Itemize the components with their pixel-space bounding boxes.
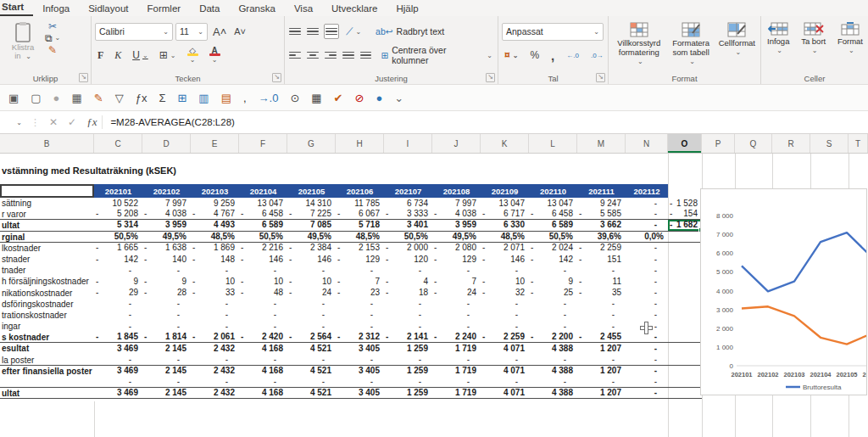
table-cell[interactable]: 3 959 (142, 220, 191, 230)
row-label-cell[interactable]: ultat (0, 220, 94, 230)
table-cell[interactable]: - (626, 332, 668, 342)
table-cell[interactable]: - (336, 299, 384, 310)
column-header-R[interactable]: R (772, 134, 810, 153)
clipboard-dialog-launcher[interactable]: ↘ (79, 73, 88, 82)
table-cell[interactable]: 6 330 (481, 220, 529, 230)
table-cell[interactable]: -10 (287, 276, 336, 287)
month-header-cell[interactable]: 202108 (432, 184, 481, 198)
table-cell[interactable]: -1 638 (142, 243, 191, 254)
table-cell[interactable]: - (239, 355, 287, 365)
table-cell[interactable]: -1 528 (668, 198, 702, 209)
table-cell[interactable]: -35 (577, 288, 626, 299)
accounting-format-icon[interactable]: ¤⌄ (502, 48, 520, 62)
table-cell[interactable]: 2 145 (142, 343, 191, 354)
row-label-cell[interactable]: s kostnader (0, 332, 94, 342)
table-cell[interactable]: -32 (481, 288, 529, 299)
table-cell[interactable] (668, 299, 702, 310)
table-cell[interactable]: 4 168 (239, 366, 287, 377)
table-cell[interactable]: - (142, 377, 191, 387)
format-painter-icon[interactable]: ✎ (46, 45, 59, 55)
table-cell[interactable]: - (626, 388, 668, 398)
decrease-font-icon[interactable]: A˅ (231, 25, 248, 37)
table-cell[interactable]: -2 024 (529, 243, 577, 254)
table-cell[interactable]: -2 259 (577, 243, 626, 254)
align-right-icon[interactable] (324, 48, 337, 63)
table-cell[interactable]: 1 719 (432, 388, 481, 398)
table-cell[interactable]: - (239, 265, 287, 276)
table-cell[interactable]: -1 869 (191, 243, 239, 254)
table-cell[interactable]: - (481, 355, 529, 365)
spelling-icon[interactable]: ✔ (334, 92, 343, 104)
month-header-cell[interactable]: 202101 (94, 184, 142, 198)
table-cell[interactable]: -1 845 (94, 332, 142, 342)
align-bottom-icon[interactable] (324, 24, 339, 40)
row-label-cell[interactable]: trationskostnader (0, 310, 94, 321)
table-cell[interactable]: - (577, 265, 626, 276)
table-cell[interactable]: - (287, 310, 336, 321)
cell-styles-button[interactable]: Cellformat⌄ (716, 21, 758, 69)
table-cell[interactable]: 0,0% (626, 232, 668, 242)
table-cell[interactable]: 4 388 (529, 343, 577, 354)
month-header-cell[interactable]: 202107 (384, 184, 432, 198)
table-cell[interactable]: 50,5% (384, 232, 432, 242)
table-cell[interactable]: - (481, 265, 529, 276)
table-cell[interactable] (668, 377, 702, 387)
table-cell[interactable]: -23 (336, 288, 384, 299)
table-cell[interactable]: - (626, 220, 668, 230)
table-cell[interactable]: - (432, 321, 481, 332)
table-cell[interactable]: 13 047 (239, 198, 287, 209)
tab-utvecklare[interactable]: Utvecklare (322, 2, 387, 16)
table-cell[interactable]: -10 (191, 276, 239, 287)
table-cell[interactable] (668, 265, 702, 276)
paste-button[interactable]: Klistra in ⌄ (3, 20, 42, 67)
active-cell-O28[interactable]: -1 682 (668, 220, 702, 230)
paste-icon[interactable]: ▣ (8, 92, 19, 104)
table-cell[interactable]: 2 145 (142, 388, 191, 398)
table-cell[interactable]: - (626, 299, 668, 310)
font-size-select[interactable]: 11⌄ (175, 23, 208, 41)
table-cell[interactable]: -2 071 (481, 243, 529, 254)
insert-cells-button[interactable]: Infoga⌄ (765, 21, 792, 69)
data-validation-icon[interactable]: ⊘ (355, 92, 364, 104)
table-cell[interactable]: 5 314 (94, 220, 142, 230)
month-header-cell[interactable]: 202112 (626, 184, 668, 198)
table-cell[interactable]: - (142, 321, 191, 332)
table-cell[interactable]: -2 153 (336, 243, 384, 254)
align-middle-icon[interactable] (306, 25, 320, 39)
table-cell[interactable]: 2 432 (191, 388, 239, 398)
bold-button[interactable]: F (95, 48, 106, 63)
table-cell[interactable]: - (336, 321, 384, 332)
table-cell[interactable]: 48,5% (481, 232, 529, 242)
decrease-decimal-icon[interactable]: .0→ (588, 51, 606, 60)
table-cell[interactable]: - (142, 265, 191, 276)
table-cell[interactable]: 49,5% (142, 232, 191, 242)
delete-cells-button[interactable]: Ta bort⌄ (798, 21, 828, 69)
row-label-cell[interactable]: tnader (0, 265, 94, 276)
comma-style-icon[interactable]: , (548, 48, 557, 64)
table-cell[interactable]: 5 718 (336, 220, 384, 230)
tab-granska[interactable]: Granska (229, 2, 284, 16)
table-cell[interactable]: -4 038 (142, 209, 191, 219)
wrap-text-button[interactable]: ab↩Radbryt text (373, 25, 447, 37)
orientation-icon[interactable]: ⟋⌄ (343, 25, 364, 38)
table-cell[interactable]: -2 564 (287, 332, 336, 342)
column-header-E[interactable]: E (191, 134, 239, 153)
insert-columns-icon[interactable]: ▥ (198, 92, 209, 104)
table-cell[interactable] (668, 310, 702, 321)
table-cell[interactable]: - (529, 299, 577, 310)
table-cell[interactable] (668, 321, 702, 332)
insert-function-icon[interactable]: ƒx (81, 115, 103, 129)
customize-caret-icon[interactable]: ⌄ (394, 92, 403, 104)
insert-function-icon[interactable]: ƒx (136, 92, 147, 104)
table-cell[interactable]: - (626, 276, 668, 287)
table-cell[interactable]: - (384, 310, 432, 321)
table-cell[interactable]: - (432, 377, 481, 387)
align-top-icon[interactable] (288, 25, 302, 39)
table-cell[interactable]: 1 207 (577, 388, 626, 398)
table-cell[interactable]: - (384, 299, 432, 310)
tab-sidlayout[interactable]: Sidlayout (79, 2, 137, 16)
column-header-M[interactable]: M (577, 134, 626, 153)
table-cell[interactable]: -7 (336, 276, 384, 287)
table-cell[interactable]: - (432, 265, 481, 276)
table-cell[interactable]: - (626, 377, 668, 387)
